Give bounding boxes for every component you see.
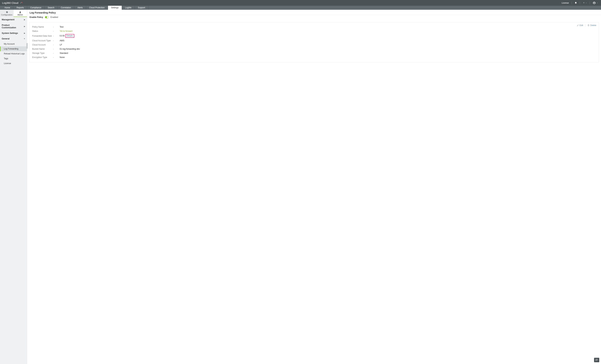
sidebar-item-reload-historical-logs[interactable]: Reload Historical Logs (0, 51, 27, 56)
delete-button[interactable]: Delete (587, 24, 596, 27)
kv-dash: - (53, 56, 60, 58)
separator (580, 1, 580, 4)
enable-policy-row: Enable Policy Enabled (27, 15, 601, 20)
brand-name: Log360 Cloud (2, 1, 18, 4)
user-icon (19, 11, 21, 13)
sidebar-item-tags[interactable]: Tags (0, 56, 27, 61)
sidebar-section-label: Product Customization (2, 24, 24, 29)
sidebar-item-my-account[interactable]: My Account (0, 41, 27, 46)
nav-settings[interactable]: Settings (108, 6, 122, 10)
kv-label: Status (32, 30, 53, 32)
svg-point-2 (594, 2, 595, 3)
svg-point-3 (20, 11, 21, 12)
chevron-down-icon: ▼ (24, 38, 25, 40)
kv-label: Storage Type (32, 52, 53, 54)
nav-home[interactable]: Home (1, 6, 13, 10)
user-circle-icon (593, 1, 596, 5)
subtab-admin[interactable]: Admin (14, 10, 27, 17)
kv-forwarded-data-size: Forwarded Data Size - 0.0 B Details (32, 33, 596, 38)
kv-policy-name: Policy Name - Test (32, 25, 596, 29)
chevron-down-icon (596, 2, 598, 4)
kv-value: 0.0 B (60, 35, 65, 37)
left-column: Configuration Admin Management ▶ Product… (0, 10, 27, 364)
sidebar-section-system-settings[interactable]: System Settings ▶ (0, 30, 27, 36)
kv-label: Encryption Type (32, 56, 53, 58)
kv-dash: - (53, 44, 60, 46)
chat-fab[interactable] (594, 358, 599, 362)
kv-dash: - (53, 30, 60, 32)
kv-status: Status - Yet to forward (32, 29, 596, 33)
sidebar-items-general: My Account Log Forwarding Reload Histori… (0, 41, 27, 66)
kv-dash: - (53, 35, 60, 37)
sidebar-section-management[interactable]: Management ▶ (0, 17, 27, 22)
workspace: Configuration Admin Management ▶ Product… (0, 10, 601, 364)
sidebar-item-log-forwarding[interactable]: Log Forwarding (0, 46, 27, 51)
edit-button[interactable]: Edit (577, 24, 583, 27)
kv-value: Standard (60, 52, 68, 54)
nav-alerts[interactable]: Alerts (74, 6, 86, 10)
nav-correlation[interactable]: Correlation (58, 6, 74, 10)
settings-subtabs: Configuration Admin (0, 10, 27, 17)
chevron-down-icon (586, 2, 587, 4)
chevron-right-icon: ▶ (24, 32, 25, 34)
topbar: Log360 Cloud License (0, 0, 601, 6)
kv-value: Test (60, 26, 63, 28)
chevron-right-icon: ▶ (24, 19, 25, 20)
bell-icon[interactable] (573, 2, 578, 4)
question-icon (583, 2, 585, 4)
help-menu[interactable] (582, 2, 588, 4)
kv-value: LF (60, 44, 62, 46)
kv-cloud-account-type: Cloud Account Type - AWS (32, 38, 596, 43)
enable-policy-toggle[interactable] (45, 16, 49, 18)
license-link[interactable]: License (561, 2, 570, 4)
nav-search[interactable]: Search (45, 6, 58, 10)
separator (585, 24, 585, 27)
subtab-admin-label: Admin (18, 14, 23, 16)
pencil-icon (577, 24, 579, 26)
nav-support[interactable]: Support (135, 6, 149, 10)
sidebar: Management ▶ Product Customization ▶ Sys… (0, 17, 27, 66)
sidebar-item-license[interactable]: License (0, 61, 27, 66)
kv-label: Cloud Account (32, 44, 53, 46)
sidebar-section-label: System Settings (2, 32, 18, 34)
kv-label: Cloud Account Type (32, 39, 53, 42)
edit-label: Edit (580, 24, 583, 27)
account-menu[interactable] (592, 1, 599, 5)
kv-label: Policy Name (32, 26, 53, 28)
nav-logme[interactable]: LogMe (122, 6, 135, 10)
main-nav: Home Reports Compliance Search Correlati… (0, 6, 601, 10)
nav-compliance[interactable]: Compliance (27, 6, 45, 10)
page-header: Log Forwarding Policy (27, 10, 601, 15)
kv-label: Bucket Name (32, 48, 53, 50)
delete-label: Delete (590, 24, 596, 27)
kv-value: 01-log-forwarding-dev (60, 48, 80, 50)
toggle-knob (47, 16, 49, 18)
kv-value: None (60, 56, 65, 58)
nav-reports[interactable]: Reports (13, 6, 27, 10)
gear-icon (5, 11, 8, 13)
sidebar-section-product-customization[interactable]: Product Customization ▶ (0, 22, 27, 30)
main-content: Log Forwarding Policy Enable Policy Enab… (27, 10, 601, 364)
kv-value: AWS (60, 39, 64, 42)
kv-value: Yet to forward (60, 30, 72, 32)
chevron-right-icon: ▶ (24, 26, 25, 27)
kv-bucket-name: Bucket Name - 01-log-forwarding-dev (32, 47, 596, 51)
enable-policy-state: Enabled (50, 16, 58, 19)
kv-storage-type: Storage Type - Standard (32, 51, 596, 55)
forwarded-details-link[interactable]: Details (66, 35, 73, 37)
nav-cloud-protection[interactable]: Cloud Protection (86, 6, 108, 10)
page-title: Log Forwarding Policy (30, 11, 599, 14)
brand-swirl-icon (20, 1, 23, 4)
details-highlight: Details (65, 34, 74, 38)
chat-icon (595, 359, 598, 361)
subtab-configuration[interactable]: Configuration (0, 10, 14, 17)
kv-label: Forwarded Data Size (32, 35, 53, 37)
kv-dash: - (53, 39, 60, 42)
subtab-configuration-label: Configuration (1, 14, 12, 16)
sidebar-section-general[interactable]: General ▼ (0, 36, 27, 41)
sidebar-section-label: Management (2, 19, 14, 21)
topbar-right: License (561, 1, 599, 5)
trash-icon (587, 24, 590, 26)
kv-dash: - (53, 26, 60, 28)
brand: Log360 Cloud (1, 1, 23, 4)
